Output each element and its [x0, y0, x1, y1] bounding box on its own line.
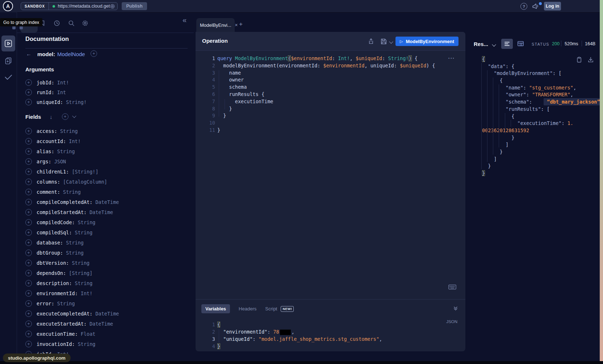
- add-fields-chevron-icon[interactable]: [72, 114, 76, 118]
- field-type-link[interactable]: String: [78, 341, 96, 347]
- field-type-link[interactable]: DateTime: [89, 209, 113, 215]
- field-name: database:: [37, 240, 63, 246]
- field-type-link[interactable]: String: [78, 219, 96, 225]
- argument-type-link[interactable]: String!: [66, 99, 87, 105]
- save-menu-chevron-icon[interactable]: [389, 39, 393, 43]
- publish-button[interactable]: Publish: [122, 2, 147, 10]
- response-selector-chevron-icon[interactable]: [492, 42, 496, 46]
- add-type-button[interactable]: +: [91, 50, 97, 57]
- apollo-logo[interactable]: A: [3, 1, 13, 11]
- field-type-link[interactable]: JSON: [54, 159, 66, 164]
- explorer-nav-button[interactable]: [1, 35, 15, 51]
- collapse-panel-icon[interactable]: «: [183, 16, 187, 24]
- field-type-link[interactable]: [CatalogColumn]: [63, 179, 107, 185]
- sort-fields-icon[interactable]: ↓: [50, 114, 53, 120]
- field-type-link[interactable]: String: [57, 301, 75, 306]
- field-type-link[interactable]: Int!: [81, 290, 93, 296]
- field-type-link[interactable]: String: [75, 280, 93, 286]
- add-field-button[interactable]: +: [25, 270, 32, 276]
- new-tab-button[interactable]: +: [239, 21, 243, 28]
- add-argument-button[interactable]: +: [25, 79, 32, 86]
- field-type-link[interactable]: DateTime: [95, 199, 119, 205]
- tab-headers[interactable]: Headers: [239, 306, 256, 311]
- add-field-button[interactable]: +: [25, 158, 32, 165]
- add-field-button[interactable]: +: [25, 219, 32, 226]
- search-icon[interactable]: [68, 20, 75, 26]
- field-name: comment:: [37, 189, 60, 195]
- field-type-link[interactable]: [String]: [69, 270, 92, 276]
- settings-gear-icon[interactable]: [82, 20, 88, 26]
- add-field-button[interactable]: +: [25, 128, 32, 134]
- field-type-link[interactable]: DateTime: [95, 311, 119, 317]
- tab-variables[interactable]: Variables: [201, 304, 230, 313]
- graph-index-tooltip: Go to graph index: [0, 18, 42, 26]
- left-nav-rail: [0, 12, 17, 364]
- response-selector-label[interactable]: Res...: [474, 41, 488, 47]
- help-icon[interactable]: ?: [520, 3, 527, 10]
- field-type-link[interactable]: DateTime: [89, 321, 113, 327]
- operation-editor[interactable]: 1query ModelByEnvironment($environmentId…: [196, 55, 465, 134]
- field-type-link[interactable]: String: [66, 240, 84, 246]
- field-type-link[interactable]: String: [60, 128, 78, 134]
- field-type-link[interactable]: String: [63, 189, 81, 195]
- add-field-button[interactable]: +: [25, 189, 32, 195]
- endpoint-settings-gear-icon[interactable]: [110, 4, 115, 9]
- history-icon[interactable]: [54, 20, 60, 26]
- add-argument-button[interactable]: +: [25, 89, 32, 96]
- add-field-button[interactable]: +: [25, 239, 32, 246]
- field-type-link[interactable]: String: [72, 260, 89, 266]
- close-tab-icon[interactable]: ✕: [235, 23, 238, 28]
- argument-type-link[interactable]: Int: [57, 89, 66, 95]
- add-field-button[interactable]: +: [25, 168, 32, 175]
- add-field-button[interactable]: +: [25, 280, 32, 286]
- endpoint-url-input[interactable]: https://metadata.cloud.get: [58, 4, 110, 9]
- field-type-link[interactable]: String: [75, 230, 93, 235]
- argument-type-link[interactable]: Int!: [57, 80, 69, 85]
- field-row: + access: String: [25, 126, 119, 136]
- add-field-button[interactable]: +: [25, 290, 32, 297]
- field-row: + compileCompletedAt: DateTime: [25, 197, 119, 207]
- indent-guide: [493, 78, 493, 155]
- tab-script[interactable]: Script: [265, 306, 277, 311]
- selected-field-type-link[interactable]: ModelNode: [57, 51, 85, 57]
- add-field-button[interactable]: +: [25, 331, 32, 337]
- add-field-button[interactable]: +: [25, 341, 32, 347]
- add-field-button[interactable]: +: [25, 148, 32, 155]
- add-field-button[interactable]: +: [25, 300, 32, 307]
- collapse-variables-icon[interactable]: [453, 306, 458, 311]
- add-field-button[interactable]: +: [25, 209, 32, 216]
- back-arrow-icon[interactable]: ←: [26, 51, 32, 57]
- add-field-button[interactable]: +: [25, 229, 32, 236]
- add-field-button[interactable]: +: [25, 199, 32, 205]
- bottom-edge-strip: [0, 361, 603, 364]
- login-button[interactable]: Log in: [544, 2, 561, 11]
- field-type-link[interactable]: [String!]: [72, 169, 98, 175]
- response-format-list-button[interactable]: [501, 39, 513, 49]
- operation-tab[interactable]: ModelByEnvi... ✕: [196, 18, 235, 32]
- announcements-icon[interactable]: [532, 3, 539, 10]
- field-name: args:: [37, 159, 51, 164]
- add-all-fields-button[interactable]: +: [62, 113, 68, 120]
- field-name: executionTime:: [37, 331, 78, 337]
- add-argument-button[interactable]: +: [25, 99, 32, 105]
- field-type-link[interactable]: Float: [81, 331, 96, 337]
- variables-editor[interactable]: 1{2 "environmentId": 78,3 "uniqueId": "m…: [196, 321, 465, 350]
- field-type-link[interactable]: Int!: [69, 138, 81, 144]
- add-field-button[interactable]: +: [25, 250, 32, 256]
- field-type-link[interactable]: String: [66, 250, 84, 256]
- checks-nav-button[interactable]: [4, 72, 13, 81]
- field-row: + description: String: [25, 278, 119, 288]
- add-field-button[interactable]: +: [25, 310, 32, 317]
- collections-nav-button[interactable]: [4, 57, 12, 65]
- field-type-link[interactable]: String: [57, 148, 75, 154]
- add-field-button[interactable]: +: [25, 179, 32, 185]
- share-icon[interactable]: [368, 38, 374, 45]
- add-field-button[interactable]: +: [25, 260, 32, 266]
- add-field-button[interactable]: +: [25, 138, 32, 145]
- keyboard-shortcuts-icon[interactable]: [448, 284, 456, 290]
- save-icon[interactable]: [380, 38, 387, 45]
- add-field-button[interactable]: +: [25, 321, 32, 327]
- response-table-view-icon[interactable]: [517, 40, 524, 47]
- run-operation-button[interactable]: ▷ ModelByEnvironment: [395, 37, 458, 46]
- field-row: + error: String: [25, 298, 119, 309]
